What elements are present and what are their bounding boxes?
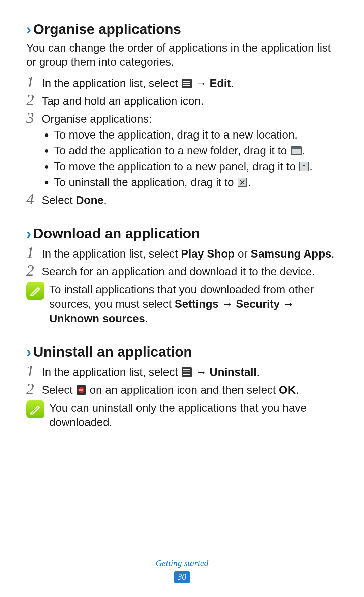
text: . [302, 144, 305, 157]
svg-rect-1 [183, 81, 190, 82]
heading-organise-text: Organise applications [33, 20, 181, 39]
text: → [192, 366, 210, 378]
page-footer: Getting started 30 [0, 558, 364, 584]
step-number: 2 [26, 92, 42, 108]
note-body: To install applications that you downloa… [49, 282, 338, 326]
svg-rect-18 [79, 390, 83, 391]
step-body: Select Done. [42, 191, 338, 208]
download-step-1: 1 In the application list, select Play S… [26, 245, 338, 261]
text: → [192, 77, 210, 89]
uninstall-step-2: 2 Select on an application icon and then… [26, 381, 338, 397]
ok-label: OK [279, 384, 296, 396]
step-body: Tap and hold an application icon. [42, 92, 338, 109]
menu-icon [182, 79, 192, 88]
svg-rect-15 [183, 374, 190, 375]
svg-text:+: + [303, 162, 306, 168]
chevron-icon: › [26, 345, 31, 359]
text: To add the application to a new folder, … [54, 144, 290, 157]
svg-rect-3 [183, 85, 190, 86]
bullet: To add the application to a new folder, … [54, 144, 338, 158]
text: In the application list, select [42, 77, 181, 89]
step-number: 2 [26, 263, 42, 279]
text: on an application icon and then select [87, 384, 279, 396]
heading-uninstall: › Uninstall an application [26, 343, 338, 361]
bullet: To move the application, drag it to a ne… [54, 128, 338, 142]
svg-rect-5 [291, 147, 301, 149]
text: → [219, 298, 236, 310]
step-body: In the application list, select Play Sho… [42, 245, 338, 261]
organise-bullets: To move the application, drag it to a ne… [42, 128, 338, 190]
security-label: Security [236, 298, 280, 310]
svg-rect-14 [183, 372, 190, 373]
bullet: To move the application to a new panel, … [54, 159, 338, 174]
step-number: 2 [26, 381, 42, 397]
step-number: 1 [26, 74, 42, 90]
uninstall-step-1: 1 In the application list, select → Unin… [26, 363, 338, 380]
svg-rect-2 [183, 83, 190, 84]
text: . [256, 366, 260, 378]
footer-page-number: 30 [174, 571, 190, 583]
organise-step-3: 3 Organise applications: To move the app… [26, 110, 338, 189]
text: . [231, 77, 234, 89]
text: Organise applications: [42, 112, 338, 126]
text: Select [42, 384, 76, 396]
folder-icon [291, 146, 302, 155]
download-note: To install applications that you downloa… [26, 282, 338, 326]
footer-section: Getting started [0, 558, 364, 569]
text: . [248, 176, 251, 188]
text: → [280, 298, 294, 310]
heading-organise: › Organise applications [26, 20, 338, 39]
text: . [145, 312, 148, 325]
panel-icon: + [299, 162, 309, 171]
text: To uninstall the application, drag it to [54, 176, 237, 188]
note-icon [26, 282, 44, 300]
note-body: You can uninstall only the applications … [49, 400, 338, 430]
organise-step-2: 2 Tap and hold an application icon. [26, 92, 338, 109]
done-label: Done [76, 194, 104, 206]
text: . [103, 194, 107, 206]
text: or [235, 247, 251, 260]
text: . [309, 160, 312, 173]
text: In the application list, select [42, 366, 181, 378]
note-icon [26, 400, 44, 418]
remove-badge-icon [77, 385, 86, 395]
uninstall-note: You can uninstall only the applications … [26, 400, 338, 430]
edit-label: Edit [210, 77, 231, 89]
manual-page: › Organise applications You can change t… [0, 0, 364, 597]
organise-step-1: 1 In the application list, select → Edit… [26, 74, 338, 91]
bullet: To uninstall the application, drag it to… [54, 175, 338, 190]
heading-uninstall-text: Uninstall an application [33, 343, 192, 361]
text: . [296, 384, 299, 396]
step-number: 1 [26, 245, 42, 261]
text: Select [42, 194, 76, 206]
organise-step-4: 4 Select Done. [26, 191, 338, 208]
settings-label: Settings [175, 298, 218, 310]
step-body: Search for an application and download i… [42, 263, 338, 279]
chevron-icon: › [26, 226, 31, 241]
step-number: 4 [26, 191, 42, 207]
step-number: 1 [26, 363, 42, 379]
delete-x-icon [238, 178, 247, 187]
samsung-apps-label: Samsung Apps [251, 247, 331, 260]
download-step-2: 2 Search for an application and download… [26, 263, 338, 279]
step-body: Select on an application icon and then s… [42, 381, 338, 397]
heading-download-text: Download an application [33, 225, 200, 243]
text: To move the application to a new panel, … [54, 160, 299, 173]
chevron-icon: › [26, 22, 31, 37]
organise-intro: You can change the order of applications… [26, 41, 338, 70]
uninstall-label: Uninstall [210, 366, 256, 378]
play-shop-label: Play Shop [181, 247, 235, 260]
step-body: Organise applications: To move the appli… [42, 110, 338, 189]
unknown-sources-label: Unknown sources [49, 312, 145, 325]
menu-icon [182, 367, 192, 377]
step-body: In the application list, select → Uninst… [42, 363, 338, 380]
svg-rect-13 [183, 369, 190, 370]
step-body: In the application list, select → Edit. [42, 74, 338, 91]
text: . [331, 247, 334, 260]
step-number: 3 [26, 110, 42, 126]
heading-download: › Download an application [26, 225, 338, 243]
text: In the application list, select [42, 247, 181, 260]
